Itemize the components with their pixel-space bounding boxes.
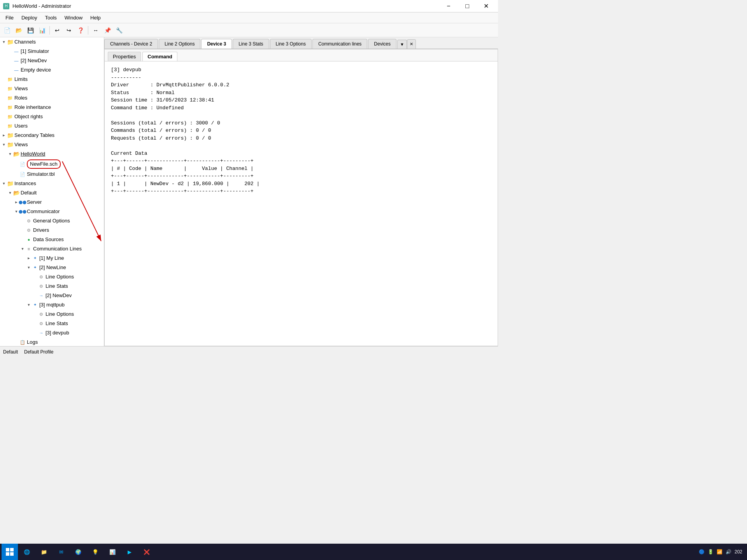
sidebar-item-server[interactable]: ► ⬤⬤ Server: [0, 198, 104, 207]
sidebar-item-newdev[interactable]: — [2] NewDev: [0, 56, 104, 65]
toolbar-chart[interactable]: 📊: [37, 25, 47, 36]
icon-objectrights: 📁: [7, 114, 13, 120]
toolbar-sep-2: [88, 26, 88, 35]
icon-helloworld: 📂: [13, 151, 19, 157]
expander-commlines[interactable]: ▼: [19, 245, 26, 253]
sidebar-item-lineoptions2[interactable]: ⚙ Line Options: [0, 310, 104, 319]
expander-instances[interactable]: ▼: [1, 180, 7, 187]
sidebar-item-views[interactable]: 📁 Views: [0, 84, 104, 93]
tab-line2options[interactable]: Line 2 Options: [159, 39, 200, 49]
sidebar-item-communicator[interactable]: ▼ ⬤⬤ Communicator: [0, 207, 104, 216]
toolbar-transfer[interactable]: ↔: [90, 25, 101, 36]
sidebar-item-instances[interactable]: ▼ 📁 Instances: [0, 179, 104, 188]
sidebar-item-logs[interactable]: 📋 Logs: [0, 338, 104, 346]
sidebar-item-newfile[interactable]: 📄 NewFile.sch: [0, 159, 104, 170]
label-mqttpub: [3] mqttpub: [39, 301, 65, 309]
toolbar-redo[interactable]: ↪: [63, 25, 74, 36]
sidebar-item-myline[interactable]: ► ✦ [1] My Line: [0, 254, 104, 263]
icon-simulator: —: [13, 48, 19, 54]
toolbar-pin[interactable]: 📌: [102, 25, 113, 36]
sidebar-item-channels[interactable]: ▼ 📁 Channels: [0, 37, 104, 47]
expander-secondarytables[interactable]: ►: [1, 131, 7, 139]
label-roleinheritance: Role inheritance: [14, 103, 51, 111]
sidebar-item-linestats2[interactable]: ⚙ Line Stats: [0, 319, 104, 328]
minimize-button[interactable]: −: [440, 0, 458, 12]
tab-channels-device2[interactable]: Channels - Device 2: [104, 39, 158, 49]
menu-tools[interactable]: Tools: [41, 13, 60, 22]
sidebar-item-mqttpub[interactable]: ▼ ✦ [3] mqttpub: [0, 300, 104, 310]
sidebar-item-generaloptions[interactable]: ⚙ General Options: [0, 216, 104, 226]
icon-newline: ✦: [32, 264, 38, 271]
icon-drivers: ⚙: [26, 227, 32, 233]
label-lineoptions2: Line Options: [46, 310, 74, 318]
expander-generaloptions: [19, 217, 26, 225]
sidebar-item-commlines[interactable]: ▼ ≡ Communication Lines: [0, 244, 104, 254]
tab-close-button[interactable]: ✕: [407, 39, 416, 49]
tab-commlines[interactable]: Communication lines: [312, 39, 367, 49]
sidebar-item-objectrights[interactable]: 📁 Object rights: [0, 112, 104, 121]
sidebar-item-users[interactable]: 📁 Users: [0, 121, 104, 131]
sidebar-item-helloworld[interactable]: ▼ 📂 HelloWorld: [0, 149, 104, 159]
sidebar-item-views2[interactable]: ▼ 📁 Views: [0, 140, 104, 149]
subtab-command[interactable]: Command: [142, 52, 177, 61]
menu-window[interactable]: Window: [61, 13, 86, 22]
tab-device3[interactable]: Device 3: [201, 39, 232, 49]
expander-channels[interactable]: ▼: [1, 38, 7, 46]
expander-emptydevice: [7, 66, 13, 74]
expander-newline[interactable]: ▼: [26, 264, 32, 271]
sidebar-item-devpub[interactable]: → [3] devpub: [0, 328, 104, 338]
toolbar-undo[interactable]: ↩: [52, 25, 63, 36]
sidebar-item-drivers[interactable]: ⚙ Drivers: [0, 226, 104, 235]
expander-default[interactable]: ▼: [7, 189, 13, 197]
sidebar-item-default[interactable]: ▼ 📂 Default: [0, 188, 104, 198]
tab-devices[interactable]: Devices: [368, 39, 396, 49]
label-communicator: Communicator: [27, 208, 60, 215]
tab-line3options[interactable]: Line 3 Options: [270, 39, 312, 49]
sidebar-item-simulator[interactable]: — [1] Simulator: [0, 47, 104, 56]
sidebar-item-linestats1[interactable]: ⚙ Line Stats: [0, 282, 104, 291]
toolbar-new[interactable]: 📄: [2, 25, 12, 36]
expander-helloworld[interactable]: ▼: [7, 150, 13, 158]
label-server: Server: [27, 198, 42, 206]
tab-line3stats[interactable]: Line 3 Stats: [233, 39, 269, 49]
menu-deploy[interactable]: Deploy: [18, 13, 41, 22]
label-devpub: [3] devpub: [46, 329, 69, 337]
menu-help[interactable]: Help: [86, 13, 105, 22]
icon-simulatortbl: 📄: [19, 171, 26, 177]
sidebar-item-roleinheritance[interactable]: 📁 Role inheritance: [0, 103, 104, 112]
label-channels: Channels: [14, 38, 36, 46]
sidebar-item-secondarytables[interactable]: ► 📁 Secondary Tables: [0, 131, 104, 140]
close-button[interactable]: ✕: [477, 0, 495, 12]
toolbar-open[interactable]: 📂: [13, 25, 24, 36]
sidebar-item-roles[interactable]: 📁 Roles: [0, 93, 104, 103]
subtab-properties[interactable]: Properties: [108, 52, 141, 61]
sidebar-item-newdev2[interactable]: → [2] NewDev: [0, 291, 104, 300]
icon-views: 📁: [7, 86, 13, 92]
toolbar-settings[interactable]: 🔧: [114, 25, 124, 36]
expander-views2[interactable]: ▼: [1, 141, 7, 149]
maximize-button[interactable]: □: [458, 0, 476, 12]
sidebar-item-lineoptions1[interactable]: ⚙ Line Options: [0, 272, 104, 282]
icon-lineoptions1: ⚙: [38, 274, 44, 280]
toolbar-help[interactable]: ❓: [75, 25, 86, 36]
toolbar-save[interactable]: 💾: [25, 25, 36, 36]
tab-more-button[interactable]: ▼: [397, 40, 407, 49]
expander-myline[interactable]: ►: [26, 254, 32, 262]
expander-datasources: [19, 236, 26, 243]
sidebar-item-simulatortbl[interactable]: 📄 Simulator.tbl: [0, 170, 104, 179]
expander-logs: [13, 338, 19, 346]
label-default: Default: [21, 189, 37, 197]
label-newdev: [2] NewDev: [21, 57, 47, 65]
expander-mqttpub[interactable]: ▼: [26, 301, 32, 309]
title-bar: H HelloWorld - Administrator − □ ✕: [0, 0, 498, 12]
sidebar-item-emptydevice[interactable]: — Empty device: [0, 65, 104, 75]
label-roles: Roles: [14, 94, 27, 102]
sidebar-item-datasources[interactable]: ● Data Sources: [0, 235, 104, 244]
label-lineoptions1: Line Options: [46, 273, 74, 281]
label-drivers: Drivers: [33, 226, 49, 234]
sidebar-item-newline[interactable]: ▼ ✦ [2] NewLine: [0, 263, 104, 272]
status-left: Default: [3, 349, 18, 355]
sidebar-item-limits[interactable]: 📁 Limits: [0, 75, 104, 84]
icon-newdev: —: [13, 58, 19, 64]
menu-file[interactable]: File: [2, 13, 18, 22]
